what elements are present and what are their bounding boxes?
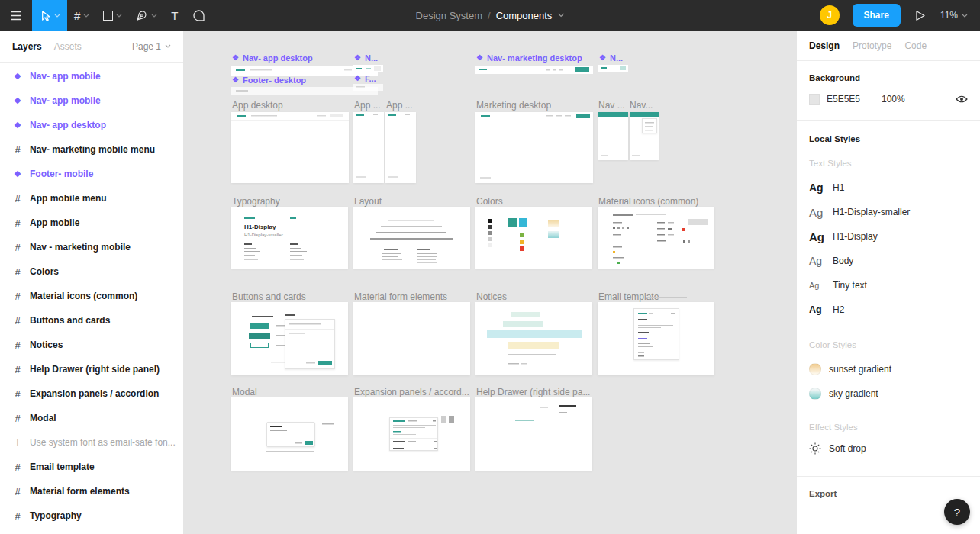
background-opacity-value[interactable]: 100%: [882, 94, 935, 105]
layer-item-component[interactable]: ❖Nav- app mobile: [0, 88, 183, 113]
frame-modal[interactable]: [231, 397, 348, 471]
layer-item-frame[interactable]: #Expansion panels / accordion: [0, 381, 183, 406]
component-label[interactable]: ❖Nav- app desktop: [232, 53, 313, 63]
frame-app-mobile-2[interactable]: [385, 112, 416, 183]
text-style-tiny-text[interactable]: AgTiny text: [809, 273, 968, 298]
frame-label[interactable]: Colors: [476, 196, 503, 207]
frame-material-form-elements[interactable]: [353, 302, 470, 375]
present-button[interactable]: [914, 0, 927, 31]
comment-tool-button[interactable]: [185, 0, 212, 31]
frame-help-drawer[interactable]: [475, 397, 592, 471]
component-footer-mobile[interactable]: [353, 84, 383, 91]
layer-item-frame[interactable]: #Modal: [0, 406, 183, 430]
text-style-body[interactable]: AgBody: [809, 249, 968, 273]
frame-label[interactable]: Marketing desktop: [476, 100, 551, 111]
frame-label[interactable]: App ...: [354, 100, 381, 111]
text-style-h1-display-smaller[interactable]: AgH1-Display-smaller: [809, 200, 968, 224]
frame-typography[interactable]: H1-Display H1-Display-smaller: [231, 207, 348, 269]
layer-item-frame[interactable]: #Typography: [0, 503, 183, 528]
tab-code[interactable]: Code: [904, 40, 927, 51]
frame-expansion-panels[interactable]: [353, 397, 470, 471]
component-nav-mobile[interactable]: [353, 65, 383, 72]
color-style-sunset-gradient[interactable]: sunset gradient: [809, 357, 968, 381]
frame-nav-mobile-1[interactable]: [598, 112, 628, 160]
share-button[interactable]: Share: [853, 4, 901, 27]
chevron-down-icon: [165, 44, 171, 48]
layer-item-frame[interactable]: #Help Drawer (right side panel): [0, 357, 183, 381]
frame-buttons-and-cards[interactable]: [231, 302, 348, 375]
text-style-h1[interactable]: AgH1: [809, 175, 968, 200]
frame-label[interactable]: Nav...: [630, 100, 653, 111]
frame-label[interactable]: Help Drawer (right side pa...: [476, 387, 590, 397]
layer-item-frame[interactable]: #Material form elements: [0, 479, 183, 503]
zoom-control[interactable]: 11%: [940, 10, 968, 21]
layer-item-frame[interactable]: #Buttons and cards: [0, 308, 183, 333]
frame-label[interactable]: Notices: [476, 291, 507, 302]
text-style-h2[interactable]: AgH2: [809, 298, 968, 322]
chevron-down-icon[interactable]: [557, 13, 564, 18]
tab-prototype[interactable]: Prototype: [853, 40, 891, 51]
canvas[interactable]: ❖Nav- app desktop ❖Footer- desktop ❖N...…: [183, 31, 797, 534]
frame-label[interactable]: Expansion panels / accord...: [354, 387, 469, 397]
frame-nav-mobile-2[interactable]: [630, 112, 659, 160]
tab-assets[interactable]: Assets: [54, 41, 82, 52]
layer-item-frame[interactable]: #Nav- marketing mobile menu: [0, 137, 183, 162]
layer-item-component[interactable]: ❖Footer- mobile: [0, 162, 183, 186]
move-tool-button[interactable]: [32, 0, 67, 31]
frame-app-desktop[interactable]: [231, 112, 349, 183]
page-selector[interactable]: Page 1: [132, 41, 171, 52]
layer-item-frame[interactable]: #Material icons (common): [0, 284, 183, 308]
layer-item-frame[interactable]: #App mobile menu: [0, 186, 183, 211]
frame-label[interactable]: Buttons and cards: [232, 291, 306, 302]
layer-item-text[interactable]: TUse system font as email-safe fon...: [0, 430, 183, 455]
frame-label[interactable]: App desktop: [232, 100, 283, 111]
component-label[interactable]: ❖Nav- marketing desktop: [476, 53, 582, 63]
document-title[interactable]: Design System: [416, 10, 482, 21]
frame-colors[interactable]: [475, 207, 592, 269]
layer-item-frame[interactable]: #Colors: [0, 259, 183, 284]
frame-tool-button[interactable]: #: [67, 0, 96, 31]
layer-item-frame[interactable]: #Nav - marketing mobile: [0, 235, 183, 259]
layer-item-frame[interactable]: #App mobile: [0, 211, 183, 235]
visibility-toggle[interactable]: [956, 95, 968, 104]
layer-item-component[interactable]: ❖Nav- app mobile: [0, 64, 183, 88]
component-label[interactable]: ❖Footer- desktop: [232, 76, 306, 85]
component-nav-marketing-mobile[interactable]: [598, 65, 628, 72]
component-label[interactable]: ❖F...: [354, 74, 376, 83]
frame-layout[interactable]: [353, 207, 470, 269]
frame-label[interactable]: Material form elements: [354, 291, 447, 302]
color-style-sky-gradient[interactable]: sky gradient: [809, 381, 968, 406]
tab-design[interactable]: Design: [809, 40, 840, 51]
main-menu-button[interactable]: [0, 0, 32, 31]
text-style-h1-display[interactable]: AgH1-Display: [809, 224, 968, 249]
tab-layers[interactable]: Layers: [12, 41, 42, 52]
effect-style-soft-drop[interactable]: Soft drop: [809, 436, 968, 461]
frame-label[interactable]: Modal: [232, 387, 257, 397]
frame-label[interactable]: Nav ...: [598, 100, 625, 111]
text-tool-button[interactable]: T: [164, 0, 185, 31]
component-label[interactable]: ❖N...: [599, 53, 623, 63]
frame-marketing-desktop[interactable]: [475, 112, 593, 183]
color-swatch[interactable]: [809, 94, 820, 105]
layer-item-component[interactable]: ❖Nav- app desktop: [0, 113, 183, 137]
frame-email-template[interactable]: [598, 302, 714, 375]
background-hex-value[interactable]: E5E5E5: [827, 94, 882, 105]
frame-label[interactable]: Typography: [232, 196, 280, 207]
frame-icon: #: [12, 266, 23, 278]
layer-item-frame[interactable]: #Email template: [0, 455, 183, 479]
frame-label[interactable]: Material icons (common): [598, 196, 698, 207]
frame-app-mobile-1[interactable]: [353, 112, 384, 183]
shape-tool-button[interactable]: [96, 0, 129, 31]
frame-material-icons[interactable]: [598, 207, 714, 269]
gradient-swatch: [809, 388, 821, 400]
avatar[interactable]: J: [820, 5, 840, 25]
component-nav-marketing-desktop[interactable]: [475, 66, 593, 74]
pen-tool-button[interactable]: [129, 0, 164, 31]
page-name[interactable]: Components: [496, 10, 553, 21]
help-button[interactable]: ?: [944, 499, 970, 525]
component-label[interactable]: ❖N...: [354, 53, 378, 63]
frame-label[interactable]: App ...: [386, 100, 413, 111]
layer-item-frame[interactable]: #Notices: [0, 333, 183, 357]
frame-notices[interactable]: [475, 302, 592, 375]
frame-label[interactable]: Layout: [354, 196, 382, 207]
